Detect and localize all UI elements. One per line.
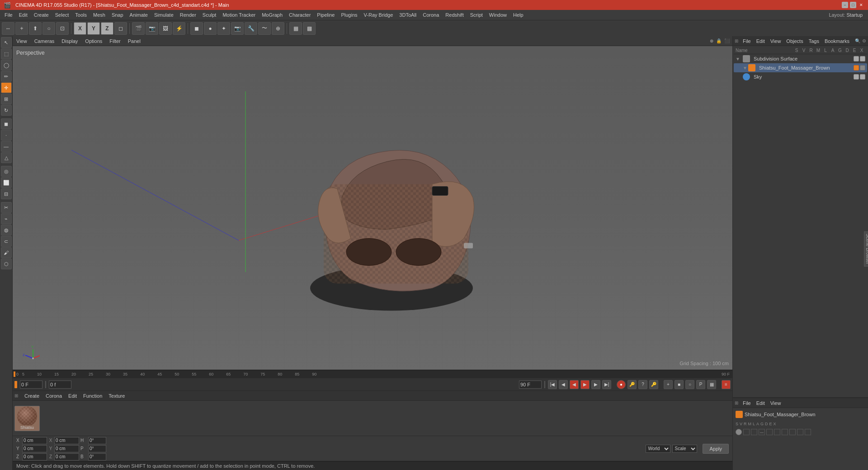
- transport-playmode[interactable]: P: [696, 380, 705, 389]
- toolbar-nurbs[interactable]: ⊕: [272, 22, 284, 35]
- tool-select-circle[interactable]: ◯: [1, 60, 12, 70]
- transport-more[interactable]: ▦: [707, 380, 716, 389]
- obj-item-shiatsu[interactable]: ▼ Shiatsu_Foot_Massager_Brown: [734, 63, 867, 72]
- p-rotation-input[interactable]: [88, 445, 106, 452]
- b-rotation-input[interactable]: [88, 453, 106, 461]
- current-frame-input[interactable]: [20, 381, 42, 389]
- mat-menu-texture[interactable]: Texture: [107, 392, 127, 400]
- attr-menu-view[interactable]: View: [769, 400, 783, 407]
- mat-menu-corona[interactable]: Corona: [44, 392, 64, 400]
- obj-search-icon[interactable]: 🔍: [855, 38, 860, 43]
- transport-timeline[interactable]: ○: [685, 380, 694, 389]
- viewport-menu-view[interactable]: View: [14, 38, 29, 45]
- toolbar-cube[interactable]: ◼: [190, 22, 203, 35]
- menu-window[interactable]: Window: [486, 11, 509, 19]
- toolbar-sphere[interactable]: ●: [204, 22, 217, 35]
- transport-remove-key[interactable]: ■: [675, 380, 684, 389]
- transport-next-frame[interactable]: ▶: [591, 380, 600, 389]
- menu-sculpt[interactable]: Sculpt: [200, 11, 219, 19]
- toolbar-y-axis[interactable]: Y: [87, 22, 100, 35]
- viewport-menu-panel[interactable]: Panel: [126, 38, 142, 45]
- attr-icon-5[interactable]: [766, 429, 773, 435]
- obj-menu-bookmarks[interactable]: Bookmarks: [823, 38, 851, 45]
- toolbar-render-ir[interactable]: ⚡: [173, 22, 185, 35]
- menu-motion-tracker[interactable]: Motion Tracker: [220, 11, 258, 19]
- viewport-menu-cameras[interactable]: Cameras: [33, 38, 57, 45]
- mat-menu-edit[interactable]: Edit: [66, 392, 79, 400]
- menu-corona[interactable]: Corona: [420, 11, 442, 19]
- attr-icon-2[interactable]: [743, 429, 750, 435]
- h-rotation-input[interactable]: [88, 437, 106, 444]
- toolbar-render-to[interactable]: 📷: [146, 22, 158, 35]
- z-size-input[interactable]: [54, 453, 79, 461]
- toolbar-add[interactable]: +: [15, 22, 28, 35]
- attr-icon-1[interactable]: [736, 429, 742, 435]
- tool-poly-mode[interactable]: △: [1, 152, 12, 163]
- viewport-expand-icon[interactable]: ⬛: [723, 38, 731, 44]
- minimize-button[interactable]: −: [842, 2, 848, 8]
- transport-add-key[interactable]: +: [664, 380, 673, 389]
- tool-bridge[interactable]: ⌁: [1, 213, 12, 224]
- toolbar-deformer[interactable]: 🔧: [245, 22, 257, 35]
- transport-motion[interactable]: ?: [638, 380, 647, 389]
- menu-redshift[interactable]: Redshift: [443, 11, 466, 19]
- tool-magnet[interactable]: ⊂: [1, 236, 12, 247]
- attr-menu-edit[interactable]: Edit: [755, 400, 767, 407]
- vis-dot-shiatsu-1[interactable]: [854, 65, 859, 70]
- obj-item-subdivision[interactable]: ▼ Subdivision Surface: [734, 54, 867, 63]
- y-size-input[interactable]: [54, 445, 79, 452]
- tool-scale[interactable]: ⊞: [1, 94, 12, 104]
- menu-mograph[interactable]: MoGraph: [259, 11, 285, 19]
- world-selector[interactable]: World Object: [646, 445, 670, 453]
- transport-play-back[interactable]: ◀: [570, 380, 579, 389]
- tool-cube-mode[interactable]: ◼: [1, 118, 12, 129]
- vis-dot-shiatsu-2[interactable]: [860, 65, 865, 70]
- toolbar-material[interactable]: ▦: [289, 22, 302, 35]
- attr-icon-3[interactable]: [751, 429, 757, 435]
- tool-live-sel[interactable]: ◎: [1, 166, 12, 177]
- tool-rotate[interactable]: ↻: [1, 105, 12, 116]
- toolbar-rotate-circle[interactable]: ○: [42, 22, 55, 35]
- menu-render[interactable]: Render: [177, 11, 199, 19]
- attr-icon-8[interactable]: [789, 429, 796, 435]
- transport-record[interactable]: ●: [617, 380, 626, 389]
- x-position-input[interactable]: [22, 437, 47, 444]
- toolbar-x-axis[interactable]: X: [74, 22, 86, 35]
- attr-icon-4[interactable]: —: [759, 429, 765, 435]
- viewport-menu-filter[interactable]: Filter: [108, 38, 122, 45]
- maximize-button[interactable]: □: [850, 2, 856, 8]
- obj-menu-view[interactable]: View: [769, 38, 783, 45]
- menu-simulate[interactable]: Simulate: [151, 11, 176, 19]
- menu-edit[interactable]: Edit: [16, 11, 30, 19]
- z-position-input[interactable]: [22, 453, 47, 461]
- menu-vray[interactable]: V-Ray Bridge: [361, 11, 396, 19]
- menu-file[interactable]: File: [2, 11, 15, 19]
- toolbar-z-axis[interactable]: Z: [101, 22, 113, 35]
- y-position-input[interactable]: [22, 445, 47, 452]
- title-bar-controls[interactable]: − □ ✕: [842, 2, 864, 8]
- menu-mesh[interactable]: Mesh: [90, 11, 108, 19]
- vis-dot-sky-2[interactable]: [860, 74, 865, 80]
- menu-plugins[interactable]: Plugins: [338, 11, 360, 19]
- tool-iron[interactable]: ◍: [1, 225, 12, 235]
- tool-move[interactable]: ✛: [1, 82, 12, 93]
- tool-pointer[interactable]: ↖: [1, 37, 12, 48]
- attr-icon-9[interactable]: [797, 429, 803, 435]
- current-frame-sub-input[interactable]: [49, 381, 71, 389]
- toolbar-light[interactable]: ✦: [217, 22, 230, 35]
- viewport-menu-options[interactable]: Options: [83, 38, 104, 45]
- toolbar-ref[interactable]: ◻: [114, 22, 127, 35]
- toolbar-scale[interactable]: ⊡: [56, 22, 69, 35]
- menu-3dtoall[interactable]: 3DToAll: [396, 11, 419, 19]
- menu-script[interactable]: Script: [467, 11, 486, 19]
- x-size-input[interactable]: [54, 437, 79, 444]
- toolbar-camera[interactable]: 📷: [231, 22, 244, 35]
- obj-menu-objects[interactable]: Objects: [784, 38, 805, 45]
- menu-character[interactable]: Character: [286, 11, 313, 19]
- transport-prev-frame[interactable]: ◀: [559, 380, 568, 389]
- viewport-menu-display[interactable]: Display: [60, 38, 80, 45]
- toolbar-texture[interactable]: ▩: [303, 22, 316, 35]
- toolbar-arrow[interactable]: ⬆: [29, 22, 42, 35]
- tool-edge-mode[interactable]: —: [1, 141, 12, 152]
- tool-point-mode[interactable]: ·: [1, 130, 12, 141]
